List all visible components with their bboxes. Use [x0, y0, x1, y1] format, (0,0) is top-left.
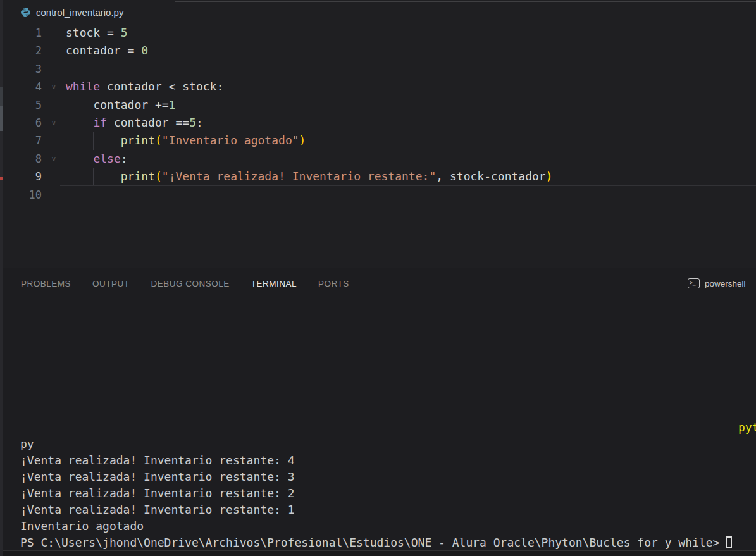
tab-bar-top-border [175, 1, 756, 2]
code-line-1[interactable]: 1stock = 5 [0, 24, 756, 42]
terminal-output-text: ¡Venta realizada! Inventario restante: 1 [20, 503, 294, 516]
code-line-3[interactable]: 3 [0, 60, 756, 78]
code-token: ) [299, 133, 306, 147]
line-number: 6 [0, 114, 42, 132]
code-text: print("¡Venta realizada! Inventario rest… [66, 168, 553, 185]
code-token: contador += [93, 98, 168, 111]
code-token: contador = [66, 44, 141, 57]
python-file-icon [20, 7, 31, 18]
line-number: 4 [0, 78, 42, 96]
indent-guide [66, 96, 93, 114]
code-text: stock = 5 [66, 24, 128, 42]
window-left-edge [0, 0, 3, 556]
terminal-prompt-text: PS C:\Users\jhond\OneDrive\Archivos\Prof… [20, 536, 719, 549]
terminal-cursor [726, 536, 732, 548]
code-token: contador < stock: [100, 80, 223, 93]
code-text: contador +=1 [66, 96, 175, 114]
code-token: : [121, 152, 128, 165]
indent-guide [66, 150, 93, 168]
terminal-output-text: ¡Venta realizada! Inventario restante: 2 [20, 486, 294, 500]
code-editor[interactable]: 1stock = 52contador = 034∨while contador… [0, 24, 756, 204]
code-line-9[interactable]: 9print("¡Venta realizada! Inventario res… [0, 168, 756, 185]
code-token: 1 [169, 98, 176, 111]
code-line-4[interactable]: 4∨while contador < stock: [0, 78, 756, 96]
shell-label: powershell [705, 279, 746, 288]
bottom-panel: PROBLEMSOUTPUTDEBUG CONSOLETERMINALPORTS… [0, 268, 756, 551]
left-edge-scrollbar-thumb [0, 106, 3, 131]
line-number: 10 [0, 186, 42, 204]
code-line-7[interactable]: 7print("Inventario agotado") [0, 132, 756, 149]
terminal-output[interactable]: pythopy¡Venta realizada! Inventario rest… [0, 419, 756, 551]
fold-chevron-icon[interactable]: ∨ [42, 150, 66, 168]
fold-gutter-spacer [42, 42, 66, 59]
code-line-6[interactable]: 6∨if contador ==5: [0, 114, 756, 132]
panel-tab-debug-console[interactable]: DEBUG CONSOLE [151, 279, 230, 293]
shell-indicator[interactable]: >_ powershell [688, 278, 746, 288]
fold-gutter-spacer [42, 96, 66, 114]
editor-tab-bar: control_inventario.py [0, 0, 756, 24]
panel-tab-problems[interactable]: PROBLEMS [21, 279, 71, 293]
panel-tab-ports[interactable]: PORTS [318, 279, 349, 293]
terminal-output-text: ¡Venta realizada! Inventario restante: 4 [20, 454, 294, 467]
fold-gutter-spacer [42, 60, 66, 78]
panel-tab-output[interactable]: OUTPUT [92, 279, 130, 293]
line-number: 1 [0, 24, 42, 42]
left-edge-error-marker [0, 177, 3, 180]
line-number: 5 [0, 96, 42, 114]
line-number: 8 [0, 150, 42, 168]
line-number: 2 [0, 42, 42, 59]
code-token: print [121, 170, 155, 183]
code-token: while [66, 80, 100, 93]
code-token: 0 [141, 44, 148, 57]
code-token: "¡Venta realizada! Inventario restante:" [162, 170, 436, 183]
status-bar-edge [0, 550, 756, 556]
terminal-line: ¡Venta realizada! Inventario restante: 3 [0, 469, 756, 485]
terminal-line: pytho [0, 419, 756, 436]
terminal-output-text: ¡Venta realizada! Inventario restante: 3 [20, 470, 294, 483]
code-token: stock = [66, 26, 121, 39]
code-token: ( [155, 170, 162, 183]
code-line-2[interactable]: 2contador = 0 [0, 42, 756, 59]
indent-guide [66, 114, 93, 132]
code-token: if [93, 116, 107, 129]
code-token: ) [546, 170, 553, 183]
indent-guide [66, 132, 93, 149]
code-token: "Inventario agotado" [162, 133, 299, 147]
left-edge-scrollbar-segment [0, 87, 3, 106]
terminal-command-text: pytho [738, 419, 756, 436]
terminal-output-text: py [20, 437, 34, 450]
code-text: print("Inventario agotado") [66, 132, 306, 149]
terminal-icon: >_ [688, 278, 700, 288]
fold-gutter-spacer [42, 132, 66, 149]
code-line-5[interactable]: 5contador +=1 [0, 96, 756, 114]
fold-gutter-spacer [42, 168, 66, 185]
code-line-10[interactable]: 10 [0, 186, 756, 204]
line-number: 3 [0, 60, 42, 78]
code-token: 5 [121, 26, 128, 39]
indent-guide [93, 132, 120, 149]
fold-chevron-icon[interactable]: ∨ [42, 114, 66, 132]
fold-gutter-spacer [42, 186, 66, 204]
code-text: while contador < stock: [66, 78, 223, 96]
code-token: else [93, 152, 120, 165]
code-token: contador == [107, 116, 189, 129]
terminal-line: PS C:\Users\jhond\OneDrive\Archivos\Prof… [0, 534, 756, 551]
terminal-line: Inventario agotado [0, 518, 756, 534]
line-number: 7 [0, 132, 42, 149]
vscode-window: control_inventario.py 1stock = 52contado… [0, 0, 756, 556]
line-number: 9 [0, 168, 42, 185]
tab-title: control_inventario.py [36, 7, 123, 18]
terminal-line: py [0, 436, 756, 452]
code-token: , stock-contador [436, 170, 545, 183]
tab-control-inventario[interactable]: control_inventario.py [0, 0, 175, 24]
fold-chevron-icon[interactable]: ∨ [42, 78, 66, 96]
panel-header: PROBLEMSOUTPUTDEBUG CONSOLETERMINALPORTS… [0, 268, 756, 303]
code-token: ( [155, 133, 162, 147]
code-text: contador = 0 [66, 42, 148, 59]
terminal-line: ¡Venta realizada! Inventario restante: 4 [0, 452, 756, 469]
terminal-output-text: Inventario agotado [20, 519, 144, 533]
code-token: 5 [189, 116, 196, 129]
code-line-8[interactable]: 8∨else: [0, 150, 756, 168]
panel-tab-terminal[interactable]: TERMINAL [251, 279, 297, 293]
panel-tab-strip: PROBLEMSOUTPUTDEBUG CONSOLETERMINALPORTS [0, 268, 756, 293]
